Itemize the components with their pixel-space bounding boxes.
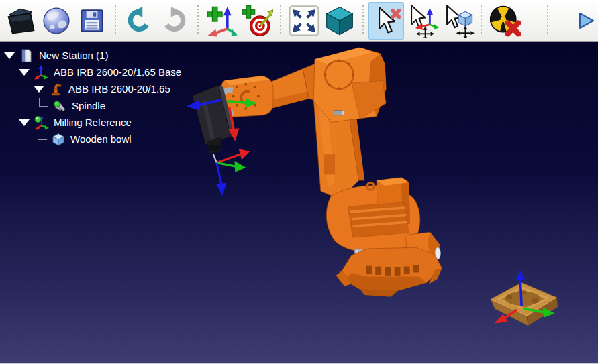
toolbar-separator <box>547 5 549 36</box>
tree-item-label: New Station (1) <box>39 50 108 61</box>
expand-arrow-icon[interactable] <box>4 52 15 59</box>
move-object-button[interactable] <box>440 2 475 40</box>
globe-icon <box>41 5 72 36</box>
open-folder-icon <box>5 5 36 36</box>
toolbar-separator <box>114 5 116 36</box>
toolbar-separator <box>480 5 482 36</box>
isometric-view-cube-icon <box>323 4 356 38</box>
toolbar-separator <box>279 5 281 36</box>
collisions-off-icon <box>488 4 521 38</box>
redo-button[interactable] <box>156 2 192 40</box>
tree-item-spindle[interactable]: Spindle <box>0 97 105 114</box>
expand-arrow-icon[interactable] <box>34 86 44 93</box>
toolbar-overflow-arrow-icon <box>578 11 595 31</box>
station-tree: New Station (1) ABB IRB 2600-20/1.65 Bas… <box>0 42 221 162</box>
object-cube-icon <box>51 132 66 147</box>
expand-arrow-icon[interactable] <box>19 69 30 76</box>
main-toolbar <box>0 0 598 42</box>
tree-branch-connector <box>38 131 47 140</box>
add-target-icon <box>241 5 273 37</box>
fit-view-button[interactable] <box>286 2 321 40</box>
tree-item-label: ABB IRB 2600-20/1.65 <box>68 83 170 95</box>
undo-icon <box>123 5 154 36</box>
tree-item-robot-base[interactable]: ABB IRB 2600-20/1.65 Base <box>0 64 181 80</box>
add-reference-frame-button[interactable] <box>203 2 239 40</box>
open-button[interactable] <box>3 2 38 40</box>
tree-item-robot[interactable]: ABB IRB 2600-20/1.65 <box>0 80 170 97</box>
reference-frame-green-icon <box>34 115 49 130</box>
toolbar-separator <box>362 5 364 36</box>
tree-item-station[interactable]: New Station (1) <box>0 47 108 64</box>
tree-item-label: Wooden bowl <box>70 133 132 145</box>
tree-item-milling-reference[interactable]: Milling Reference <box>0 114 132 131</box>
isometric-view-button[interactable] <box>321 2 357 40</box>
fit-view-icon <box>287 4 321 38</box>
toolbar-separator <box>197 5 199 36</box>
move-reference-cursor-icon <box>405 4 439 38</box>
tree-item-label: Spindle <box>72 100 105 111</box>
undo-button[interactable] <box>121 2 156 40</box>
redo-icon <box>159 5 190 36</box>
toolbar-overflow-button[interactable] <box>578 2 598 40</box>
library-button[interactable] <box>38 2 74 40</box>
tree-item-label: Milling Reference <box>54 117 132 128</box>
expand-arrow-icon[interactable] <box>19 119 30 126</box>
robot-icon <box>49 82 64 97</box>
tool-icon <box>52 99 67 113</box>
tree-item-wooden-bowl[interactable]: Wooden bowl <box>0 131 132 147</box>
reference-frame-icon <box>34 65 49 80</box>
robot-arm[interactable] <box>221 48 442 297</box>
tree-item-label: ABB IRB 2600-20/1.65 Base <box>54 66 181 78</box>
check-collisions-button[interactable] <box>487 2 522 40</box>
3d-viewport[interactable]: New Station (1) ABB IRB 2600-20/1.65 Bas… <box>0 42 598 363</box>
station-document-icon <box>19 48 34 63</box>
tree-branch-connector <box>39 98 48 107</box>
add-target-button[interactable] <box>239 2 275 40</box>
tree-connector-line <box>21 79 21 111</box>
save-button[interactable] <box>74 2 109 40</box>
save-floppy-icon <box>77 5 107 36</box>
select-button[interactable] <box>368 2 404 40</box>
move-reference-button[interactable] <box>404 2 440 40</box>
add-reference-frame-icon <box>205 5 238 37</box>
move-object-cursor-icon <box>441 4 475 38</box>
select-cursor-icon <box>370 5 403 37</box>
